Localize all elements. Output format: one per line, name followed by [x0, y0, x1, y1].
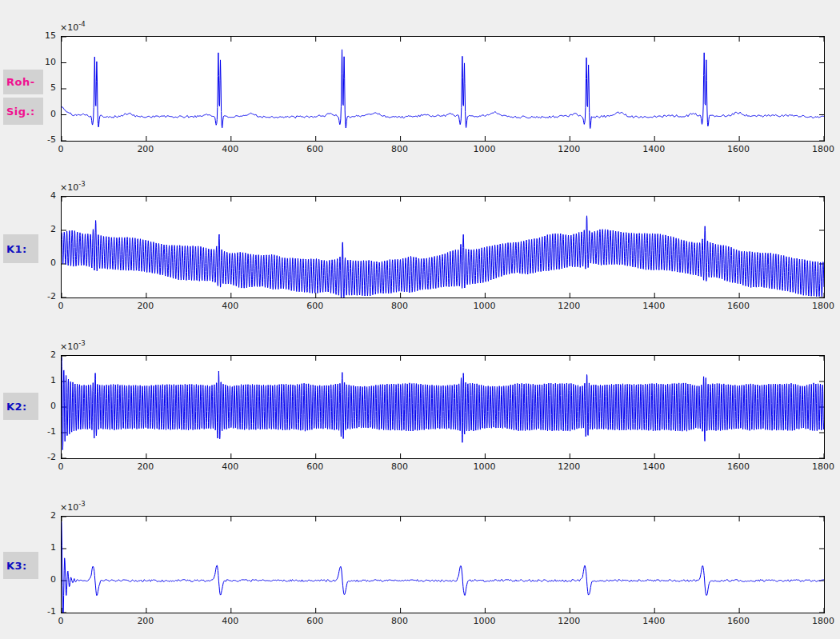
- x-tick-label: 600: [291, 144, 339, 155]
- y-tick-label: 1: [22, 375, 56, 386]
- x-tick-label: 200: [122, 461, 170, 473]
- x-tick-label: 0: [37, 301, 85, 312]
- y-tick-label: -2: [22, 452, 56, 463]
- signal-line: [62, 357, 824, 450]
- x-tick-label: 1400: [630, 301, 678, 312]
- x-tick-label: 400: [206, 301, 254, 312]
- y-tick-label: 2: [22, 349, 56, 361]
- signal-trace-roh-sig: [61, 36, 825, 142]
- signal-label-k2: K2:: [3, 393, 38, 420]
- y-tick-label: -1: [22, 606, 56, 617]
- x-tick-label: 200: [122, 616, 170, 627]
- signal-label-roh: Roh-: [3, 70, 43, 94]
- x-tick-label: 1000: [460, 144, 508, 155]
- x-tick-label: 0: [37, 461, 85, 473]
- x-tick-label: 1400: [630, 461, 678, 473]
- x-tick-label: 1600: [714, 461, 762, 473]
- x-tick-label: 800: [376, 461, 424, 473]
- x-tick-label: 1200: [545, 616, 593, 627]
- x-tick-label: 1200: [545, 461, 593, 473]
- tick-marks: [62, 517, 824, 613]
- y-axis-exponent: ×10-4: [60, 20, 86, 33]
- tick-marks: [62, 37, 824, 141]
- x-tick-label: 1600: [714, 301, 762, 312]
- signal-trace-k2: [61, 355, 825, 459]
- signal-line: [62, 50, 824, 129]
- x-tick-label: 600: [291, 461, 339, 473]
- y-tick-label: 4: [22, 190, 56, 202]
- y-axis-exponent: ×10-3: [60, 339, 86, 352]
- x-tick-label: 600: [291, 301, 339, 312]
- plot-k1: ×10-3 0200400600800100012001400160018004…: [0, 0, 840, 639]
- x-tick-label: 1600: [714, 144, 762, 155]
- x-tick-label: 1000: [460, 461, 508, 473]
- signal-trace-k3: [61, 516, 825, 613]
- x-tick-label: 1400: [630, 616, 678, 627]
- x-tick-label: 200: [122, 144, 170, 155]
- y-axis-exponent: ×10-3: [60, 180, 86, 193]
- y-tick-label: 2: [22, 224, 56, 235]
- x-tick-label: 1800: [799, 616, 840, 627]
- x-tick-label: 400: [206, 144, 254, 155]
- x-tick-label: 400: [206, 461, 254, 473]
- signal-line: [62, 521, 824, 613]
- plot-k2: ×10-3 0200400600800100012001400160018002…: [0, 0, 840, 639]
- x-tick-label: 1400: [630, 144, 678, 155]
- x-tick-label: 600: [291, 616, 339, 627]
- x-tick-label: 800: [376, 301, 424, 312]
- signal-label-sig: Sig.:: [3, 98, 43, 125]
- y-tick-label: -2: [22, 291, 56, 302]
- x-tick-label: 400: [206, 616, 254, 627]
- tick-marks: [62, 356, 824, 458]
- x-tick-label: 800: [376, 144, 424, 155]
- x-tick-label: 1000: [460, 616, 508, 627]
- y-tick-label: 2: [22, 510, 56, 521]
- x-tick-label: 1800: [799, 144, 840, 155]
- plot-k3: ×10-3 0200400600800100012001400160018002…: [0, 0, 840, 639]
- signal-trace-k1: [61, 196, 825, 298]
- x-tick-label: 1200: [545, 144, 593, 155]
- x-tick-label: 0: [37, 616, 85, 627]
- x-tick-label: 1800: [799, 461, 840, 473]
- x-tick-label: 1000: [460, 301, 508, 312]
- signal-label-k3: K3:: [3, 552, 38, 579]
- plot-roh-sig: ×10-4 0200400600800100012001400160018001…: [0, 0, 840, 639]
- x-tick-label: 200: [122, 301, 170, 312]
- y-axis-exponent: ×10-3: [60, 500, 86, 513]
- y-tick-label: -1: [22, 426, 56, 437]
- x-tick-label: 800: [376, 616, 424, 627]
- x-tick-label: 1800: [799, 301, 840, 312]
- tick-marks: [62, 197, 824, 298]
- x-tick-label: 1600: [714, 616, 762, 627]
- x-tick-label: 1200: [545, 301, 593, 312]
- signal-label-k1: K1:: [3, 234, 38, 263]
- y-tick-label: 10: [22, 57, 56, 68]
- y-tick-label: -5: [22, 134, 56, 146]
- figure-window: Roh- Sig.: K1: K2: K3: ×10-4 02004006008…: [0, 0, 840, 639]
- x-tick-label: 0: [37, 144, 85, 155]
- y-tick-label: 15: [22, 30, 56, 42]
- signal-line: [62, 216, 824, 298]
